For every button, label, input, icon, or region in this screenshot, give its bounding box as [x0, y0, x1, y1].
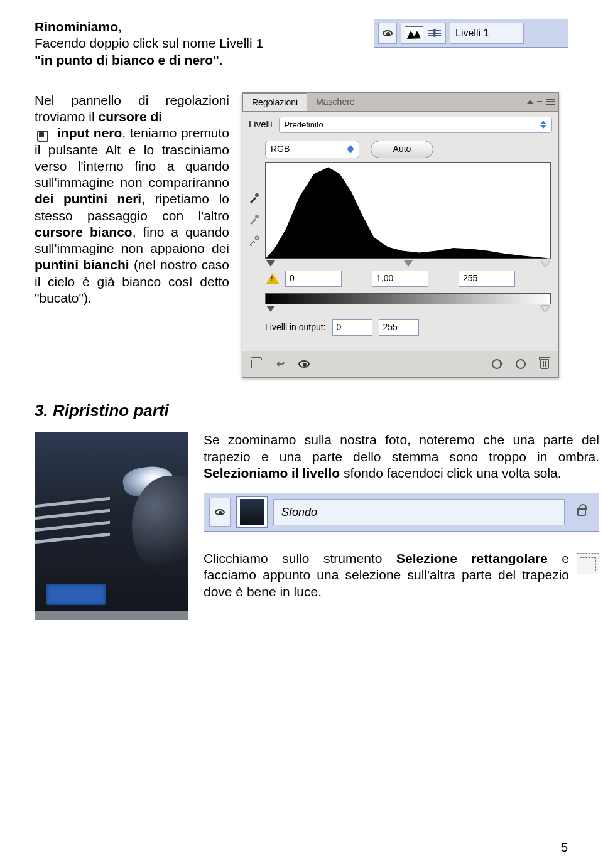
visibility-toggle[interactable]: [209, 498, 231, 527]
reset-icon[interactable]: [514, 358, 527, 370]
layers-sfondo-row: Sfondo: [204, 493, 599, 532]
page-number: 5: [561, 840, 568, 855]
intro-paragraph: Rinominiamo, Facendo doppio click sul no…: [35, 19, 361, 68]
layers-row: Livelli 1: [374, 19, 568, 48]
white-point-slider[interactable]: [541, 260, 550, 267]
ink-icon: [35, 128, 52, 143]
channel-dropdown[interactable]: RGB: [265, 141, 359, 158]
eye-icon: [383, 30, 393, 36]
back-arrow-icon[interactable]: ↩: [274, 358, 286, 370]
input-white-field[interactable]: 255: [459, 271, 515, 287]
preset-dropdown[interactable]: Predefinito: [279, 117, 552, 133]
output-label: Livelli in output:: [265, 322, 326, 333]
adjustment-thumb[interactable]: [401, 23, 446, 44]
gamma-slider[interactable]: [404, 260, 413, 267]
rectangular-marquee-icon[interactable]: [577, 553, 599, 574]
stepper-arrows-icon: [540, 121, 546, 129]
eye-icon[interactable]: [298, 358, 310, 370]
output-black-slider[interactable]: [266, 306, 275, 312]
svg-point-1: [255, 215, 259, 218]
layer-name-sfondo[interactable]: Sfondo: [273, 499, 565, 525]
sliders-icon: [427, 26, 442, 40]
dash-icon: [537, 101, 542, 102]
section3-para2: Clicchiamo sullo strumento Selezione ret…: [204, 550, 599, 600]
clip-icon[interactable]: [250, 358, 263, 370]
eye-icon: [215, 509, 225, 515]
svg-point-0: [255, 193, 259, 197]
auto-button[interactable]: Auto: [371, 141, 433, 158]
tab-masks[interactable]: Maschere: [307, 93, 364, 111]
stepper-arrows-icon: [347, 145, 354, 153]
section-heading: 3. Ripristino parti: [35, 400, 568, 421]
explanation-paragraph: Nel pannello di regolazioni troviamo il …: [35, 92, 229, 306]
trash-icon[interactable]: [538, 358, 551, 370]
panel-menu[interactable]: [527, 99, 555, 105]
adjustments-panel: Regolazioni Maschere Livelli Predefinito: [242, 92, 559, 378]
output-gradient: [265, 293, 551, 304]
intro-bold: Rinominiamo: [35, 19, 118, 34]
output-white-slider[interactable]: [541, 306, 550, 312]
black-point-slider[interactable]: [266, 260, 275, 267]
tab-adjustments[interactable]: Regolazioni: [242, 93, 307, 111]
panel-footer: ↩: [242, 351, 558, 377]
eyedropper-black[interactable]: [247, 192, 260, 205]
hamburger-icon: [546, 99, 555, 105]
section3-para1: Se zoominamo sulla nostra foto, noteremo…: [204, 432, 599, 481]
car-photo-thumbnail: [35, 432, 188, 620]
output-black-field[interactable]: 0: [332, 319, 372, 336]
input-black-field[interactable]: 0: [285, 271, 342, 287]
eyedropper-gray[interactable]: [247, 213, 260, 226]
eyedropper-white[interactable]: [247, 235, 260, 247]
lock-icon: [570, 508, 594, 516]
levels-label: Livelli: [249, 119, 273, 131]
histogram: [265, 162, 551, 259]
triangle-up-icon: [527, 100, 533, 104]
svg-point-2: [255, 236, 259, 240]
input-gamma-field[interactable]: 1,00: [372, 271, 428, 287]
visibility-toggle[interactable]: [378, 23, 397, 44]
warning-icon: [265, 272, 280, 286]
histogram-icon: [405, 26, 423, 40]
layer-name[interactable]: Livelli 1: [450, 23, 524, 44]
panel-tabs: Regolazioni Maschere: [242, 93, 558, 112]
output-white-field[interactable]: 255: [379, 319, 419, 336]
previous-state-icon[interactable]: [491, 358, 503, 370]
layer-thumbnail[interactable]: [236, 496, 268, 528]
